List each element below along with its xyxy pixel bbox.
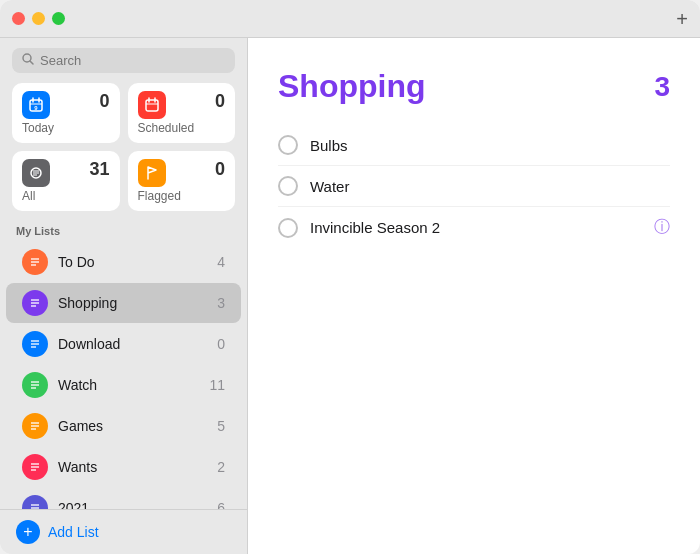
flagged-icon <box>138 159 166 187</box>
smart-lists-grid: 9 0 Today <box>0 83 247 221</box>
search-bar[interactable] <box>12 48 235 73</box>
list-icon-shopping <box>22 290 48 316</box>
maximize-button[interactable] <box>52 12 65 25</box>
add-list-footer[interactable]: + Add List <box>0 509 247 554</box>
list-count-todo: 4 <box>217 254 225 270</box>
page-title: Shopping <box>278 68 426 105</box>
list-name-wants: Wants <box>58 459 207 475</box>
info-icon[interactable]: ⓘ <box>654 217 670 238</box>
traffic-lights <box>12 12 65 25</box>
add-button[interactable]: + <box>676 9 688 29</box>
content-area: Shopping 3 Bulbs Water Invincible Season… <box>248 38 700 554</box>
todo-item-water[interactable]: Water <box>278 166 670 207</box>
list-item-download[interactable]: Download 0 <box>6 324 241 364</box>
list-name-shopping: Shopping <box>58 295 207 311</box>
list-item-wants[interactable]: Wants 2 <box>6 447 241 487</box>
todo-item-bulbs[interactable]: Bulbs <box>278 125 670 166</box>
list-count-watch: 11 <box>209 377 225 393</box>
list-name-games: Games <box>58 418 207 434</box>
list-count-wants: 2 <box>217 459 225 475</box>
minimize-button[interactable] <box>32 12 45 25</box>
content-count: 3 <box>654 71 670 103</box>
all-count: 31 <box>89 159 109 180</box>
list-count-shopping: 3 <box>217 295 225 311</box>
list-icon-todo <box>22 249 48 275</box>
todo-checkbox-bulbs[interactable] <box>278 135 298 155</box>
smart-card-all[interactable]: 31 All <box>12 151 120 211</box>
list-item-games[interactable]: Games 5 <box>6 406 241 446</box>
list-name-download: Download <box>58 336 207 352</box>
todo-list: Bulbs Water Invincible Season 2 ⓘ <box>278 125 670 248</box>
today-count: 0 <box>99 91 109 112</box>
svg-rect-7 <box>146 100 158 111</box>
list-item-shopping[interactable]: Shopping 3 <box>6 283 241 323</box>
my-lists-header: My Lists <box>0 221 247 241</box>
add-list-icon: + <box>16 520 40 544</box>
flagged-label: Flagged <box>138 189 226 203</box>
title-bar: + <box>0 0 700 38</box>
list-items: To Do 4 Shopping 3 <box>0 241 247 509</box>
smart-card-scheduled[interactable]: 0 Scheduled <box>128 83 236 143</box>
todo-checkbox-invincible[interactable] <box>278 218 298 238</box>
close-button[interactable] <box>12 12 25 25</box>
content-header: Shopping 3 <box>278 68 670 105</box>
list-item-watch[interactable]: Watch 11 <box>6 365 241 405</box>
svg-text:9: 9 <box>34 105 38 111</box>
list-icon-watch <box>22 372 48 398</box>
list-count-games: 5 <box>217 418 225 434</box>
scheduled-icon <box>138 91 166 119</box>
all-label: All <box>22 189 110 203</box>
todo-text-water: Water <box>310 178 670 195</box>
todo-text-invincible: Invincible Season 2 <box>310 219 642 236</box>
today-label: Today <box>22 121 110 135</box>
svg-line-1 <box>30 61 33 64</box>
list-name-todo: To Do <box>58 254 207 270</box>
scheduled-count: 0 <box>215 91 225 112</box>
flagged-count: 0 <box>215 159 225 180</box>
list-item-todo[interactable]: To Do 4 <box>6 242 241 282</box>
search-input[interactable] <box>40 53 225 68</box>
all-icon <box>22 159 50 187</box>
smart-card-today[interactable]: 9 0 Today <box>12 83 120 143</box>
add-list-label: Add List <box>48 524 99 540</box>
todo-text-bulbs: Bulbs <box>310 137 670 154</box>
scheduled-label: Scheduled <box>138 121 226 135</box>
smart-card-flagged[interactable]: 0 Flagged <box>128 151 236 211</box>
list-name-2021: 2021 <box>58 500 207 509</box>
list-icon-2021 <box>22 495 48 509</box>
list-count-2021: 6 <box>217 500 225 509</box>
sidebar: 9 0 Today <box>0 38 248 554</box>
list-name-watch: Watch <box>58 377 199 393</box>
search-icon <box>22 53 34 68</box>
list-item-2021[interactable]: 2021 6 <box>6 488 241 509</box>
list-icon-download <box>22 331 48 357</box>
list-count-download: 0 <box>217 336 225 352</box>
list-icon-wants <box>22 454 48 480</box>
todo-checkbox-water[interactable] <box>278 176 298 196</box>
todo-item-invincible[interactable]: Invincible Season 2 ⓘ <box>278 207 670 248</box>
today-icon: 9 <box>22 91 50 119</box>
list-icon-games <box>22 413 48 439</box>
main-layout: 9 0 Today <box>0 38 700 554</box>
